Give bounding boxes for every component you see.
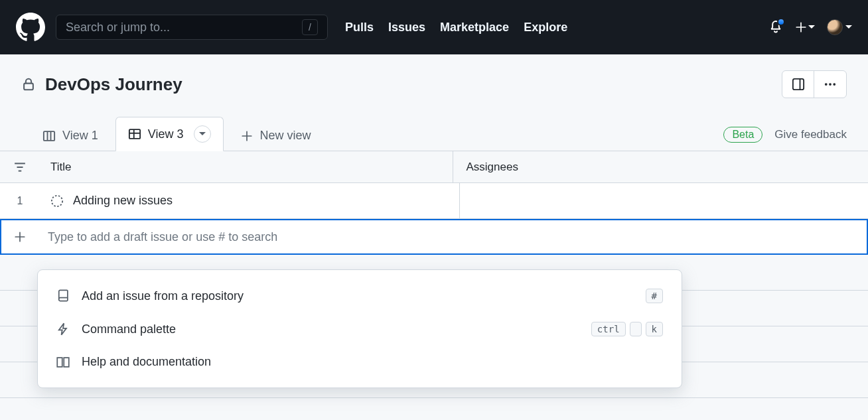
- dropdown-help[interactable]: Help and documentation: [38, 346, 682, 378]
- notifications-icon[interactable]: [768, 20, 783, 35]
- omnibox-dropdown: Add an issue from a repository # Command…: [37, 269, 682, 388]
- row-assignees-cell[interactable]: [460, 183, 869, 218]
- search-input[interactable]: [66, 21, 302, 35]
- book-icon: [56, 356, 70, 369]
- dropdown-label: Command palette: [82, 322, 176, 336]
- svg-point-5: [833, 83, 835, 86]
- dropdown-command-palette[interactable]: Command palette ctrl k: [38, 313, 682, 346]
- svg-rect-1: [792, 79, 803, 90]
- dropdown-label: Add an issue from a repository: [82, 289, 244, 303]
- kebab-menu[interactable]: [814, 71, 846, 98]
- row-title: Adding new issues: [73, 194, 173, 208]
- nav-link-issues[interactable]: Issues: [388, 21, 425, 35]
- user-menu[interactable]: [827, 19, 852, 35]
- insights-button[interactable]: [782, 71, 814, 98]
- filter-button[interactable]: [0, 151, 40, 182]
- github-logo[interactable]: [16, 13, 45, 42]
- repo-icon: [56, 289, 70, 303]
- svg-point-4: [829, 83, 832, 86]
- key-hint: ctrl: [591, 322, 626, 336]
- create-menu[interactable]: [795, 21, 815, 33]
- give-feedback-link[interactable]: Give feedback: [774, 128, 847, 141]
- svg-point-15: [52, 195, 62, 206]
- project-actions: [782, 70, 847, 98]
- nav-link-explore[interactable]: Explore: [524, 21, 567, 35]
- new-view-label: New view: [259, 129, 311, 143]
- svg-rect-0: [24, 84, 33, 90]
- top-nav: / Pulls Issues Marketplace Explore: [0, 0, 868, 54]
- beta-badge: Beta: [723, 127, 762, 143]
- nav-link-marketplace[interactable]: Marketplace: [440, 21, 509, 35]
- add-item-row[interactable]: [0, 219, 868, 255]
- table-row[interactable]: 1 Adding new issues: [0, 183, 868, 219]
- add-icon: [1, 220, 38, 253]
- key-hint: k: [646, 322, 663, 336]
- row-title-cell[interactable]: Adding new issues: [40, 183, 460, 218]
- tab-options-button[interactable]: [194, 125, 211, 143]
- tab-label: View 3: [148, 127, 184, 141]
- tab-view-1[interactable]: View 1: [31, 121, 110, 151]
- svg-rect-9: [129, 129, 140, 139]
- global-search[interactable]: /: [56, 15, 328, 40]
- dropdown-label: Help and documentation: [82, 355, 211, 369]
- svg-point-3: [825, 83, 828, 86]
- add-item-input[interactable]: [38, 220, 867, 253]
- column-title[interactable]: Title: [40, 151, 453, 182]
- project-title: DevOps Journey: [45, 74, 182, 95]
- row-number: 1: [0, 183, 40, 218]
- column-assignees[interactable]: Assignees: [453, 151, 869, 182]
- svg-rect-6: [44, 131, 54, 141]
- nav-link-pulls[interactable]: Pulls: [345, 21, 374, 35]
- zap-icon: [56, 322, 70, 336]
- notification-dot: [777, 18, 785, 26]
- tabs-row: View 1 View 3 New view Beta Give feedbac…: [0, 98, 868, 151]
- table-header: Title Assignees: [0, 151, 868, 183]
- key-hint: #: [646, 289, 663, 303]
- lock-icon: [21, 77, 36, 92]
- avatar: [827, 19, 843, 35]
- tab-view-3[interactable]: View 3: [115, 117, 224, 151]
- nav-links: Pulls Issues Marketplace Explore: [345, 21, 567, 35]
- tab-label: View 1: [62, 129, 98, 143]
- dropdown-add-from-repo[interactable]: Add an issue from a repository #: [38, 279, 682, 313]
- slash-key-hint: /: [302, 19, 318, 35]
- project-header: DevOps Journey: [0, 54, 868, 98]
- new-view-button[interactable]: New view: [229, 121, 323, 151]
- key-hint: [630, 322, 642, 336]
- draft-issue-icon: [50, 194, 64, 208]
